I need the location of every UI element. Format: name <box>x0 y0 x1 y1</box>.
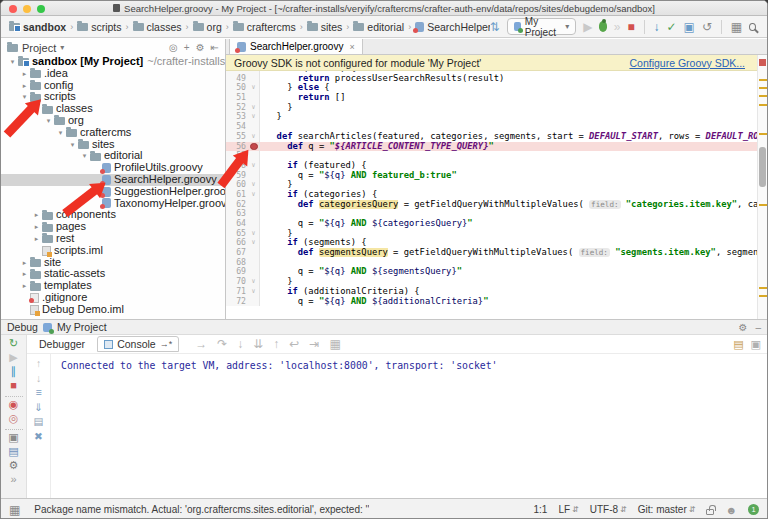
tree-item-templates[interactable]: ▸templates <box>1 280 225 292</box>
status-widget-lf[interactable]: LF⇵ <box>558 504 578 515</box>
step-over-icon[interactable]: ↷ <box>217 337 227 351</box>
sort-icon[interactable]: ⇅ <box>490 21 500 33</box>
tab-console[interactable]: Console →* <box>97 336 179 352</box>
status-widget-utf-8[interactable]: UTF-8⇵ <box>590 504 627 515</box>
tree-item-debug-demo-iml[interactable]: Debug Demo.iml <box>1 304 225 316</box>
chevron-right-icon[interactable]: ▸ <box>31 221 42 233</box>
chevron-down-icon[interactable]: ▾ <box>7 56 18 68</box>
soft-wrap-icon[interactable]: ≡ <box>35 387 41 398</box>
tree-item-scripts-iml[interactable]: scripts.iml <box>1 245 225 257</box>
breadcrumb-item-scripts[interactable]: scripts <box>77 21 121 33</box>
tree-item-searchhelper-groovy[interactable]: SearchHelper.groovy <box>1 174 225 186</box>
mute-breakpoints-icon[interactable]: ◎ <box>9 413 19 427</box>
fold-gutter[interactable] <box>248 209 260 219</box>
tree-item-gitignore[interactable]: .gitignore <box>1 292 225 304</box>
evaluate-expression-icon[interactable]: ▦ <box>329 337 340 351</box>
vcs-revert-icon[interactable]: ↺ <box>702 21 712 33</box>
tab-searchhelper-groovy[interactable]: SearchHelper.groovy × <box>229 39 363 54</box>
tree-item-idea[interactable]: ▸.idea <box>1 68 225 80</box>
up-stack-icon[interactable]: ↑ <box>36 358 41 369</box>
debug-icon[interactable] <box>599 21 606 32</box>
tree-item-rest[interactable]: ▸rest <box>1 233 225 245</box>
fold-gutter[interactable] <box>248 248 260 258</box>
restore-layout-icon[interactable]: ▤ <box>733 338 743 351</box>
code-line-59[interactable]: 59 q = "${q} AND featured_b:true" <box>226 171 757 181</box>
hide-icon[interactable]: – <box>755 322 761 333</box>
code-line-67[interactable]: 67 def segmentsQuery = getFieldQueryWith… <box>226 248 757 258</box>
pause-icon[interactable]: ∥ <box>11 366 17 380</box>
breadcrumb-item-sandbox[interactable]: sandbox <box>9 21 66 33</box>
status-widget-1-1[interactable]: 1:1 <box>533 504 547 515</box>
chevron-right-icon[interactable]: ▸ <box>31 233 42 245</box>
clear-all-icon[interactable]: ✖ <box>34 431 43 442</box>
code-line-56[interactable]: 56 def q = "${ARTICLE_CONTENT_TYPE_QUERY… <box>226 142 757 152</box>
fold-gutter[interactable] <box>248 171 260 181</box>
force-step-into-icon[interactable]: ⇊ <box>253 337 263 351</box>
tree-item-sites[interactable]: ▾sites <box>1 139 225 151</box>
tree-item-sandbox-my-project[interactable]: ▾sandbox [My Project]~/crafter-installs/… <box>1 56 225 68</box>
maximize-window-icon[interactable] <box>37 5 45 13</box>
fold-gutter[interactable]: ∨ <box>248 132 260 142</box>
vcs-commit-icon[interactable]: ✓ <box>667 21 677 33</box>
status-message[interactable]: Package name mismatch. Actual: 'org.craf… <box>34 504 369 515</box>
breadcrumb-item-classes[interactable]: classes <box>133 21 182 33</box>
stop-icon[interactable]: ■ <box>10 380 17 394</box>
breakpoint-icon[interactable] <box>250 143 258 151</box>
fold-gutter[interactable]: ∨ <box>248 277 260 287</box>
code-line-53[interactable]: 53∨ } <box>226 112 757 122</box>
settings-icon[interactable]: ⚙ <box>196 42 205 53</box>
hector-inspections-icon[interactable]: ☻ <box>725 504 737 516</box>
code-line-57[interactable]: 57 <box>226 151 757 161</box>
fold-gutter[interactable] <box>248 122 260 132</box>
chevron-right-icon[interactable]: ▸ <box>19 280 30 292</box>
tree-item-site[interactable]: ▸site <box>1 257 225 269</box>
breakpoint-gutter[interactable] <box>248 142 260 152</box>
down-stack-icon[interactable]: ↓ <box>36 373 41 384</box>
fold-gutter[interactable] <box>248 74 260 84</box>
chevron-right-icon[interactable]: ▸ <box>31 209 42 221</box>
breadcrumb-item-craftercms[interactable]: craftercms <box>233 21 296 33</box>
code-line-61[interactable]: 61∨ if (categories) { <box>226 190 757 200</box>
fold-gutter[interactable]: ∨ <box>248 287 260 297</box>
run-icon[interactable]: ▶ <box>583 21 592 33</box>
tree-item-suggestionhelper-groovy[interactable]: SuggestionHelper.groovy <box>1 186 225 198</box>
code-line-50[interactable]: 50∨ } else { <box>226 83 757 93</box>
vcs-update-icon[interactable]: ↓ <box>654 21 660 33</box>
code-line-70[interactable]: 70∨ } <box>226 277 757 287</box>
tree-item-profileutils-groovy[interactable]: ProfileUtils.groovy <box>1 162 225 174</box>
close-tab-icon[interactable]: × <box>349 42 354 52</box>
thread-dump-icon[interactable]: ▣ <box>8 432 18 446</box>
chevron-down-icon[interactable]: ▾ <box>43 115 54 127</box>
step-into-icon[interactable]: ↓ <box>237 337 243 351</box>
fold-gutter[interactable] <box>248 258 260 268</box>
fold-gutter[interactable]: ∨ <box>248 190 260 200</box>
settings-icon[interactable]: ⚙ <box>9 460 19 474</box>
code-line-64[interactable]: 64 q = "${q} AND ${categoriesQuery}" <box>226 219 757 229</box>
code-line-51[interactable]: 51 return [] <box>226 93 757 103</box>
code-area[interactable]: 48 if (result) {49 return processUserSea… <box>226 71 757 319</box>
tree-item-craftercms[interactable]: ▾craftercms <box>1 127 225 139</box>
pin-tab-icon[interactable]: ▣ <box>751 338 761 351</box>
tree-item-org[interactable]: ▾org <box>1 115 225 127</box>
chevron-right-icon[interactable]: ▸ <box>19 68 30 80</box>
configure-groovy-sdk-link[interactable]: Configure Groovy SDK... <box>629 57 749 69</box>
fold-gutter[interactable]: ∨ <box>248 103 260 113</box>
chevron-right-icon[interactable]: ▸ <box>19 80 30 92</box>
chevron-down-icon[interactable]: ▾ <box>79 150 90 162</box>
vcs-changes-icon[interactable]: ▣ <box>684 21 695 33</box>
code-line-72[interactable]: 72 q = "${q} AND ${additionalCriteria}" <box>226 297 757 307</box>
scrollbar-thumb[interactable] <box>759 147 766 187</box>
settings-icon[interactable]: ⚙ <box>738 322 747 333</box>
fold-gutter[interactable] <box>248 219 260 229</box>
tab-debugger[interactable]: Debugger <box>33 337 91 351</box>
editor-pane[interactable]: SearchHelper.groovy × Groovy SDK is not … <box>226 39 767 319</box>
fold-gutter[interactable] <box>248 93 260 103</box>
hide-panel-icon[interactable]: ⇤ <box>211 42 219 53</box>
tool-window-switcher-icon[interactable]: ▦ <box>9 504 20 516</box>
project-view-dropdown-icon[interactable]: ▾ <box>60 43 64 52</box>
structure-icon[interactable]: ▦ <box>731 21 742 33</box>
lock-icon[interactable] <box>706 509 714 515</box>
print-icon[interactable]: ▤ <box>34 416 44 427</box>
tree-item-components[interactable]: ▸components <box>1 209 225 221</box>
breadcrumb-item-org[interactable]: org <box>193 21 222 33</box>
